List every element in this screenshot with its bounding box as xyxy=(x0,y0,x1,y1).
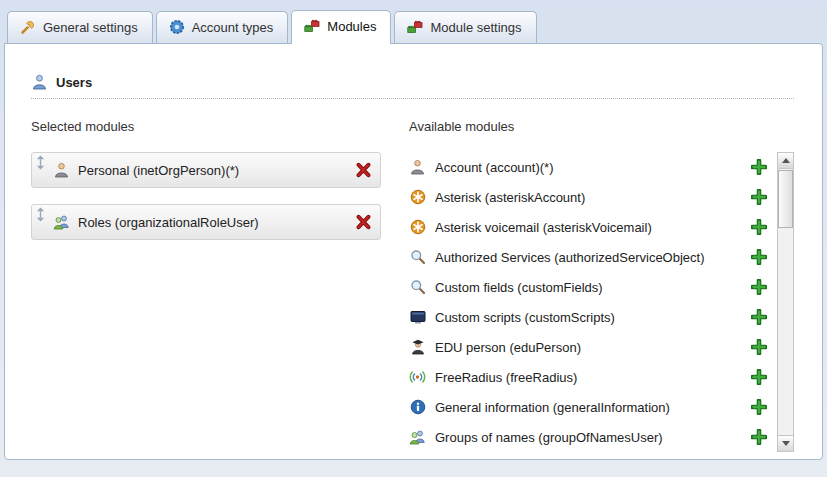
available-module-label: Custom scripts (customScripts) xyxy=(435,310,742,325)
available-module-row: Asterisk (asteriskAccount) xyxy=(409,182,767,212)
tab-account-types[interactable]: Account types xyxy=(156,11,289,43)
section-title: Users xyxy=(56,75,92,90)
selected-module-label: Personal (inetOrgPerson)(*) xyxy=(78,163,347,178)
available-module-label: Account (account)(*) xyxy=(435,160,742,175)
users-section-header: Users xyxy=(31,74,794,99)
available-modules-list: Account (account)(*) xyxy=(409,152,767,452)
add-icon[interactable] xyxy=(751,189,767,205)
available-module-row: Asterisk voicemail (asteriskVoicemail) xyxy=(409,212,767,242)
wrench-icon xyxy=(20,19,36,35)
add-icon[interactable] xyxy=(751,429,767,445)
available-module-row: Authorized Services (authorizedServiceOb… xyxy=(409,242,767,272)
selected-module-row[interactable]: Personal (inetOrgPerson)(*) xyxy=(31,152,381,188)
delete-icon[interactable] xyxy=(355,214,372,230)
scrollbar-down-icon[interactable] xyxy=(778,435,793,451)
modules-icon xyxy=(304,18,320,34)
add-icon[interactable] xyxy=(751,159,767,175)
drag-handle-icon[interactable] xyxy=(36,207,45,222)
scrollbar[interactable] xyxy=(777,152,794,452)
selected-modules-column: Selected modules Personal (inetOrgPerso xyxy=(31,119,381,452)
script-terminal-icon xyxy=(409,309,426,325)
available-modules-column: Available modules Account (account)(*) xyxy=(409,119,794,452)
add-icon[interactable] xyxy=(751,309,767,325)
available-module-row: General information (generalInformation) xyxy=(409,392,767,422)
available-module-label: FreeRadius (freeRadius) xyxy=(435,370,742,385)
add-icon[interactable] xyxy=(751,249,767,265)
roles-group-icon xyxy=(53,214,70,230)
available-module-row: Account (account)(*) xyxy=(409,152,767,182)
selected-module-label: Roles (organizationalRoleUser) xyxy=(78,215,347,230)
tab-general-settings[interactable]: General settings xyxy=(7,11,153,43)
info-icon xyxy=(409,399,426,415)
available-module-row: EDU person (eduPerson) xyxy=(409,332,767,362)
selected-module-row[interactable]: Roles (organizationalRoleUser) xyxy=(31,204,381,240)
delete-icon[interactable] xyxy=(355,162,372,178)
available-module-label: Authorized Services (authorizedServiceOb… xyxy=(435,250,742,265)
available-module-label: EDU person (eduPerson) xyxy=(435,340,742,355)
available-module-label: General information (generalInformation) xyxy=(435,400,742,415)
person-icon xyxy=(53,162,70,178)
available-module-label: Asterisk voicemail (asteriskVoicemail) xyxy=(435,220,742,235)
add-icon[interactable] xyxy=(751,339,767,355)
user-icon xyxy=(31,74,48,90)
available-modules-heading: Available modules xyxy=(409,119,794,134)
available-module-row: FreeRadius (freeRadius) xyxy=(409,362,767,392)
available-module-label: Custom fields (customFields) xyxy=(435,280,742,295)
scrollbar-track[interactable] xyxy=(778,169,793,435)
selected-modules-heading: Selected modules xyxy=(31,119,381,134)
tab-label: Module settings xyxy=(430,20,521,35)
tab-modules[interactable]: Modules xyxy=(291,10,391,44)
drag-handle-icon[interactable] xyxy=(36,155,45,170)
available-module-row: Custom fields (customFields) xyxy=(409,272,767,302)
module-settings-icon xyxy=(407,19,423,35)
available-module-label: Groups of names (groupOfNamesUser) xyxy=(435,430,742,445)
available-module-label: Asterisk (asteriskAccount) xyxy=(435,190,742,205)
add-icon[interactable] xyxy=(751,279,767,295)
add-icon[interactable] xyxy=(751,369,767,385)
add-icon[interactable] xyxy=(751,219,767,235)
add-icon[interactable] xyxy=(751,399,767,415)
tab-bar: General settings Account types Modules xyxy=(0,0,827,43)
tab-label: Modules xyxy=(327,19,376,34)
magnifier-icon xyxy=(409,249,426,265)
asterisk-voicemail-icon xyxy=(409,219,426,235)
asterisk-icon xyxy=(409,189,426,205)
edu-person-icon xyxy=(409,339,426,355)
magnifier-icon xyxy=(409,279,426,295)
available-module-row: Custom scripts (customScripts) xyxy=(409,302,767,332)
available-module-row: Groups of names (groupOfNamesUser) xyxy=(409,422,767,452)
scrollbar-thumb[interactable] xyxy=(778,170,793,228)
account-icon xyxy=(409,159,426,175)
modules-panel: Users Selected modules xyxy=(4,43,823,460)
tab-label: General settings xyxy=(43,20,138,35)
radio-antenna-icon xyxy=(409,369,426,385)
badge-icon xyxy=(169,19,185,35)
group-icon xyxy=(409,429,426,445)
tab-module-settings[interactable]: Module settings xyxy=(394,11,536,43)
tab-label: Account types xyxy=(192,20,274,35)
scrollbar-up-icon[interactable] xyxy=(778,153,793,169)
